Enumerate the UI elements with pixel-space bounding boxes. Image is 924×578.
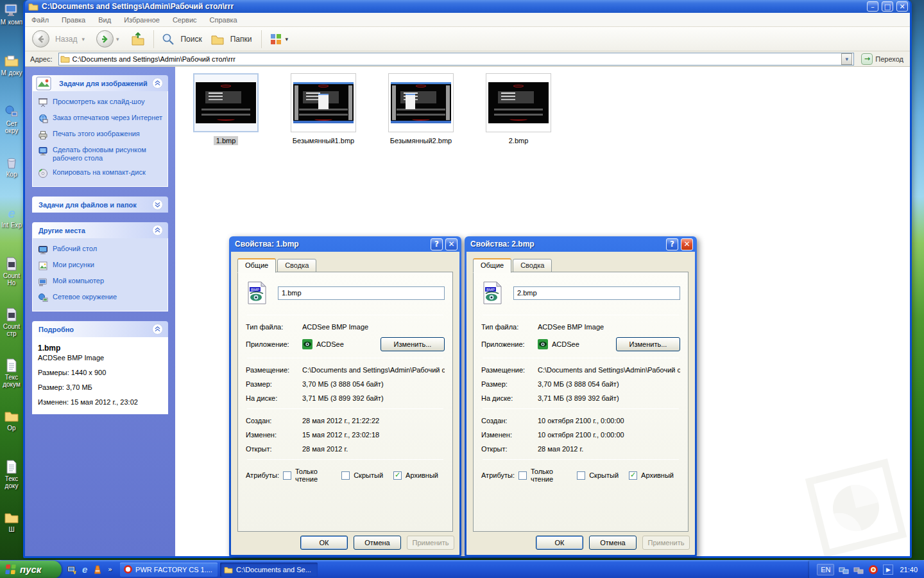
ok-button[interactable]: ОК — [536, 536, 583, 550]
place-desktop[interactable]: Рабочий стол — [38, 245, 164, 255]
file-name[interactable]: Безымянный2.bmp — [388, 136, 454, 145]
picture-tasks-header[interactable]: Задачи для изображений — [32, 75, 168, 91]
collapse-chevron-icon[interactable] — [152, 225, 163, 236]
filename-input[interactable] — [513, 286, 680, 300]
file-item-1bmp[interactable]: 1.bmp — [184, 73, 268, 145]
vlc-icon[interactable] — [92, 565, 103, 575]
address-input-box[interactable]: ▾ — [58, 53, 855, 66]
quick-launch-overflow-icon[interactable]: » — [108, 565, 112, 574]
desktop-icon-text-document-2[interactable]: Текс доку — [0, 459, 23, 489]
desktop-icon-internet-explorer[interactable]: e Int Exp — [0, 206, 23, 229]
readonly-checkbox[interactable] — [518, 471, 527, 480]
menu-edit[interactable]: Правка — [55, 16, 92, 24]
help-button[interactable]: ? — [431, 238, 443, 250]
place-network[interactable]: Сетевое окружение — [38, 293, 164, 303]
file-tasks-header[interactable]: Задачи для файлов и папок — [32, 197, 168, 213]
file-item-bezymyannyj2[interactable]: Безымянный2.bmp — [379, 73, 463, 145]
file-name[interactable]: Безымянный1.bmp — [290, 136, 357, 145]
address-dropdown-button[interactable]: ▾ — [841, 53, 852, 65]
desktop-icon-counter-2[interactable]: Count стр — [0, 307, 23, 337]
change-app-button[interactable]: Изменить... — [616, 337, 680, 351]
file-thumbnail[interactable] — [193, 73, 259, 132]
tab-general[interactable]: Общие — [473, 258, 511, 273]
task-view-slideshow[interactable]: Просмотреть как слайд-шоу — [38, 98, 164, 108]
tab-summary[interactable]: Сводка — [277, 259, 316, 272]
collapse-chevron-icon[interactable] — [152, 78, 163, 89]
menu-file[interactable]: Файл — [25, 16, 55, 24]
filename-input[interactable] — [278, 286, 445, 300]
close-button[interactable]: ✕ — [896, 1, 908, 12]
desktop-icon-folder-2[interactable]: Ш — [0, 510, 23, 533]
desktop-icon-text-document-1[interactable]: Текс докум — [0, 358, 23, 388]
file-thumbnail[interactable] — [388, 73, 454, 132]
hidden-checkbox[interactable] — [577, 471, 585, 480]
change-app-button[interactable]: Изменить... — [381, 337, 445, 351]
file-thumbnail[interactable] — [486, 73, 551, 132]
desktop-icon-my-documents[interactable]: М доку — [0, 53, 23, 76]
up-button[interactable] — [127, 31, 149, 47]
start-button[interactable]: пуск — [0, 561, 62, 578]
menu-help[interactable]: Справка — [203, 16, 244, 24]
dialog-titlebar[interactable]: Свойства: 2.bmp ? ✕ — [466, 236, 695, 252]
go-button[interactable]: → Переход — [857, 53, 907, 65]
forward-button[interactable]: ▾ — [93, 30, 128, 48]
tab-summary[interactable]: Сводка — [513, 259, 552, 272]
file-name[interactable]: 1.bmp — [214, 136, 239, 145]
menu-view[interactable]: Вид — [92, 16, 117, 24]
taskbar-task-pwr-factory[interactable]: PWR FACTORY CS 1.... — [120, 563, 218, 577]
ok-button[interactable]: ОК — [300, 536, 348, 550]
file-thumbnail[interactable] — [291, 73, 356, 132]
tab-general[interactable]: Общие — [237, 258, 276, 273]
place-my-pictures[interactable]: Мои рисунки — [38, 261, 164, 271]
menu-tools[interactable]: Сервис — [166, 16, 203, 24]
cancel-button[interactable]: Отмена — [589, 536, 637, 550]
collapse-chevron-icon[interactable] — [152, 324, 163, 335]
close-button[interactable]: ✕ — [681, 238, 693, 250]
file-item-bezymyannyj1[interactable]: Безымянный1.bmp — [282, 73, 365, 145]
menu-favorites[interactable]: Избранное — [117, 16, 166, 24]
window-titlebar[interactable]: C:\Documents and Settings\Admin\Рабочий … — [25, 0, 910, 13]
network-status-icon-2[interactable] — [853, 565, 864, 575]
desktop-icon-network-places[interactable]: Сет окру — [0, 104, 23, 134]
back-button[interactable]: Назад ▾ — [29, 30, 93, 48]
task-copy-to-cd[interactable]: Копировать на компакт-диск — [38, 168, 164, 179]
readonly-checkbox[interactable] — [283, 471, 291, 480]
taskbar-task-explorer[interactable]: C:\Documents and Se... — [220, 563, 318, 577]
expand-chevron-icon[interactable] — [152, 199, 163, 210]
file-name[interactable]: 2.bmp — [506, 136, 531, 145]
desktop-icon-recycle-bin[interactable]: Кор — [0, 155, 23, 178]
forward-dropdown-icon[interactable]: ▾ — [116, 36, 119, 42]
task-order-prints[interactable]: Заказ отпечатков через Интернет — [38, 114, 164, 124]
hidden-checkbox[interactable] — [341, 471, 350, 480]
views-dropdown-icon[interactable]: ▾ — [285, 36, 288, 42]
close-button[interactable]: ✕ — [445, 238, 458, 250]
other-places-header[interactable]: Другие места — [32, 222, 168, 238]
maximize-button[interactable]: □ — [882, 1, 893, 12]
task-print-picture[interactable]: Печать этого изображения — [38, 130, 164, 140]
clock[interactable]: 21:40 — [900, 566, 918, 574]
desktop-icon-folder-1[interactable]: Ор — [0, 408, 23, 432]
internet-explorer-icon[interactable]: e — [82, 564, 87, 575]
dialog-titlebar[interactable]: Свойства: 1.bmp ? ✕ — [231, 236, 459, 252]
player-tray-icon[interactable]: ▶ — [883, 565, 893, 575]
archive-checkbox[interactable]: ✓ — [393, 471, 402, 480]
place-my-computer[interactable]: Мой компьютер — [38, 277, 164, 287]
archive-checkbox[interactable]: ✓ — [629, 471, 637, 480]
search-button[interactable]: Поиск — [158, 33, 207, 46]
details-header[interactable]: Подробно — [32, 321, 168, 337]
address-input[interactable] — [73, 55, 839, 63]
network-status-icon[interactable] — [839, 565, 849, 575]
help-button[interactable]: ? — [666, 238, 678, 250]
language-indicator[interactable]: EN — [817, 564, 834, 575]
task-set-wallpaper[interactable]: Сделать фоновым рисунком рабочего стола — [38, 146, 164, 162]
views-button[interactable]: ▾ — [266, 33, 296, 46]
cancel-button[interactable]: Отмена — [354, 536, 401, 550]
folders-button[interactable]: Папки — [207, 33, 257, 46]
antivirus-tray-icon[interactable] — [868, 565, 878, 575]
desktop-icon-my-computer[interactable]: М комп — [0, 3, 23, 26]
back-dropdown-icon[interactable]: ▾ — [81, 36, 85, 42]
desktop-icon-counter-1[interactable]: Count Но — [0, 256, 23, 286]
minimize-button[interactable]: – — [867, 1, 878, 12]
show-desktop-icon[interactable] — [67, 565, 77, 575]
file-item-2bmp[interactable]: 2.bmp — [477, 73, 560, 145]
